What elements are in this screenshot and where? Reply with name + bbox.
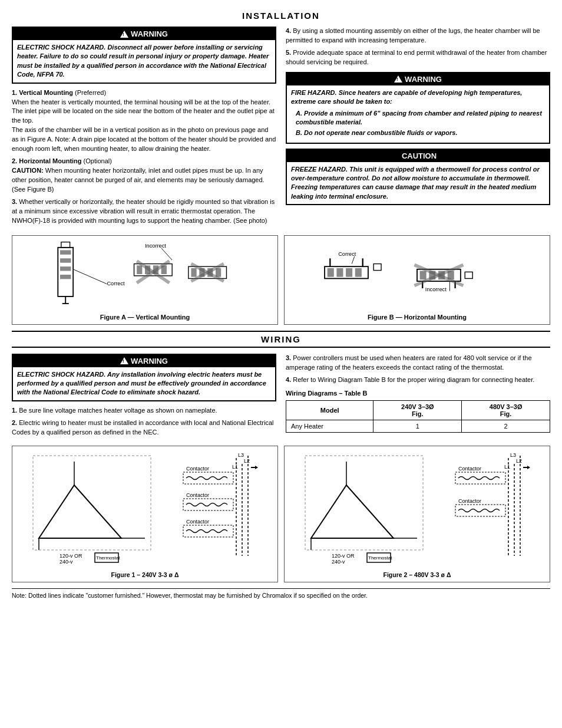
- section1-num: 1.: [12, 89, 19, 96]
- wiring-two-col: WARNING ELECTRIC SHOCK HAZARD. Any insta…: [12, 354, 550, 441]
- fig1-thermostat: Thermostat: [96, 555, 120, 561]
- warning-label-2: WARNING: [405, 75, 442, 84]
- wiring-right-col: 3. Power controllers must be used when h…: [286, 354, 550, 441]
- table-col-480v: 480V 3–3ØFig.: [462, 400, 550, 420]
- fig-a-correct-label: Correct: [107, 281, 125, 286]
- warning-box-2: WARNING FIRE HAZARD. Since heaters are c…: [286, 72, 550, 144]
- table-cell-model: Any Heater: [286, 420, 373, 432]
- svg-rect-48: [183, 499, 233, 510]
- table-col-model: Model: [286, 400, 373, 420]
- wiring-point-3: 3. Power controllers must be used when h…: [286, 354, 550, 373]
- point5-text: Provide adequate space at terminal to en…: [286, 49, 547, 65]
- caution-label: CAUTION: [402, 151, 437, 160]
- svg-rect-26: [336, 268, 343, 277]
- section2-text: When mounting heater horizontally, inlet…: [12, 167, 265, 193]
- section1-text: When the heater is vertically mounted, t…: [12, 98, 275, 124]
- table-row: Any Heater 1 2: [286, 420, 550, 432]
- svg-rect-4: [60, 275, 71, 279]
- figure-b-svg: Correct Incorrect: [288, 239, 546, 310]
- fig1-contactor2: Contactor: [186, 492, 209, 498]
- fig-b-incorrect: [414, 265, 472, 288]
- figure-1-box: L3 L2 L1 Contactor Contactor Contactor: [12, 446, 278, 582]
- svg-line-32: [352, 256, 355, 263]
- wiring-left-col: WARNING ELECTRIC SHOCK HAZARD. Any insta…: [12, 354, 276, 441]
- warning-triangle-icon: [120, 31, 128, 38]
- svg-rect-27: [346, 268, 352, 277]
- install-points-right: 4. By using a slotted mounting assembly …: [286, 27, 550, 67]
- fig2-voltage1: 120-v OR: [332, 553, 355, 559]
- svg-rect-54: [33, 456, 151, 550]
- fig-a-incorrect-group2: [189, 263, 227, 281]
- right-column: 4. By using a slotted mounting assembly …: [286, 27, 550, 229]
- wiring-diagrams-table: Model 240V 3–3ØFig. 480V 3–3ØFig. Any He…: [286, 400, 550, 433]
- wiring-point-2: 2. Electric wiring to heater must be ins…: [12, 419, 276, 437]
- section1-label: Vertical Mounting: [19, 89, 75, 96]
- svg-rect-0: [58, 248, 73, 297]
- point5-num: 5.: [286, 49, 293, 56]
- fig-a-incorrect-label: Incorrect: [145, 243, 166, 249]
- svg-rect-34: [420, 271, 427, 279]
- table-header-row: Model 240V 3–3ØFig. 480V 3–3ØFig.: [286, 400, 550, 420]
- svg-rect-17: [191, 268, 196, 277]
- svg-rect-47: [183, 472, 233, 484]
- section2-num: 2.: [12, 157, 19, 164]
- fig1-l3: L3: [238, 452, 244, 458]
- bottom-note-text: Note: Dotted lines indicate "customer fu…: [12, 592, 368, 599]
- wiring-warning-box: WARNING ELECTRIC SHOCK HAZARD. Any insta…: [12, 354, 276, 401]
- wiring-points-left: 1. Be sure line voltage matches heater v…: [12, 406, 276, 437]
- fig1-voltage1: 120-v OR: [59, 553, 82, 559]
- warning2-item-b: B. Do not operate near combustible fluid…: [296, 129, 545, 137]
- wiring-point-4: 4. Refer to Wiring Diagram Table B for t…: [286, 375, 550, 385]
- point4-text: By using a slotted mounting assembly on …: [286, 27, 540, 44]
- install-point-4: 4. By using a slotted mounting assembly …: [286, 27, 550, 45]
- fig2-contactor2: Contactor: [458, 498, 481, 504]
- svg-line-23: [161, 248, 172, 259]
- fig2-voltage2: 240-v: [332, 559, 345, 565]
- svg-rect-31: [373, 263, 381, 270]
- wiring-point-4-text: Refer to Wiring Diagram Table B for the …: [293, 376, 534, 383]
- figure-1-caption: Figure 1 – 240V 3-3 ø Δ: [16, 571, 274, 578]
- fig1-contactor3: Contactor: [186, 519, 209, 525]
- warning-label-1: WARNING: [131, 29, 168, 38]
- figure-b-box: Correct Incorrect Figure B — Horizontal …: [284, 235, 550, 325]
- point4-num: 4.: [286, 27, 293, 34]
- fig2-thermostat: Thermostat: [368, 555, 392, 561]
- fig2-l2: L2: [516, 458, 522, 464]
- svg-rect-40: [465, 272, 472, 278]
- wiring-point-3-text: Power controllers must be used when heat…: [286, 354, 532, 371]
- figure-2-caption: Figure 2 – 480V 3-3 ø Δ: [288, 571, 546, 578]
- figure-row-ab: Correct: [12, 235, 550, 325]
- wiring-warning-label: WARNING: [131, 357, 168, 365]
- figure-a-box: Correct: [12, 235, 278, 325]
- fig-b-incorrect-label: Incorrect: [425, 286, 447, 292]
- warning-box-1: WARNING ELECTRIC SHOCK HAZARD. Disconnec…: [12, 27, 276, 84]
- section2-qualifier: (Optional): [84, 157, 112, 164]
- wiring-table-title: Wiring Diagrams – Table B: [286, 390, 550, 397]
- wiring-point-1: 1. Be sure line voltage matches heater v…: [12, 406, 276, 416]
- figure-1-svg: L3 L2 L1 Contactor Contactor Contactor: [16, 450, 274, 568]
- fig1-voltage2: 240-v: [59, 559, 73, 565]
- warning2-intro: FIRE HAZARD. Since heaters are capable o…: [291, 89, 522, 105]
- svg-rect-25: [328, 268, 334, 277]
- svg-rect-7: [61, 242, 70, 247]
- fig1-l1: L1: [232, 464, 238, 470]
- caution-body: FREEZE HAZARD. This unit is equipped wit…: [287, 162, 549, 205]
- svg-rect-10: [137, 265, 142, 274]
- install-sections-list: 1. Vertical Mounting (Preferred) When th…: [12, 88, 276, 226]
- svg-rect-61: [455, 472, 505, 484]
- install-section-1: 1. Vertical Mounting (Preferred) When th…: [12, 88, 276, 154]
- section2-caution: CAUTION:: [12, 167, 44, 174]
- warning-body-2: FIRE HAZARD. Since heaters are capable o…: [287, 85, 549, 143]
- figure-b-caption: Figure B — Horizontal Mounting: [288, 314, 546, 321]
- section2-label: Horizontal Mounting: [19, 157, 83, 164]
- warning-body-1: ELECTRIC SHOCK HAZARD. Disconnect all po…: [13, 40, 275, 83]
- figure-a-caption: Figure A — Vertical Mounting: [16, 314, 274, 321]
- svg-rect-3: [60, 266, 71, 271]
- warning-header-1: WARNING: [13, 28, 275, 40]
- svg-rect-49: [183, 525, 233, 537]
- page-title: INSTALLATION: [12, 11, 550, 21]
- svg-rect-2: [60, 258, 71, 262]
- install-section-3: 3. Whether vertically or horizontally, t…: [12, 197, 276, 226]
- warning2-item-a: A. Provide a minimum of 6" spacing from …: [296, 109, 545, 127]
- warning-header-2: WARNING: [287, 73, 549, 85]
